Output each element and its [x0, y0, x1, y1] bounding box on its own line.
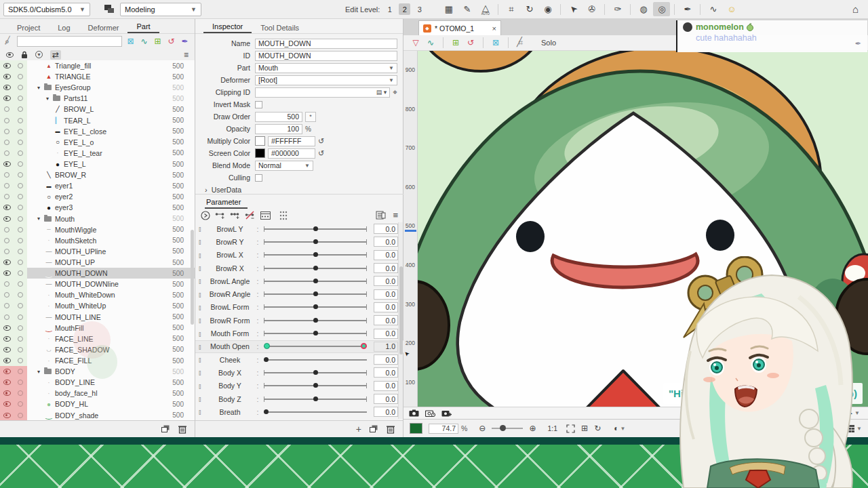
- parameter-tab-label[interactable]: Parameter: [205, 197, 248, 209]
- keyform-add-icon[interactable]: [215, 211, 225, 220]
- curve-tool-icon[interactable]: ∿: [425, 38, 436, 47]
- curve-overlay-icon[interactable]: ∿: [139, 37, 149, 46]
- parameter-value-input[interactable]: 1.0: [374, 342, 398, 352]
- list-select-icon[interactable]: ▤ ▾: [376, 89, 387, 96]
- parameter-value-input[interactable]: 0.0: [374, 315, 398, 325]
- slider-handle[interactable]: [313, 331, 318, 336]
- tree-row-content[interactable]: ●eyer3500: [27, 202, 195, 213]
- group-dots-icon[interactable]: [279, 211, 288, 220]
- visibility-cell[interactable]: [0, 159, 14, 169]
- lock-cell[interactable]: [14, 257, 27, 268]
- lock-cell[interactable]: [14, 169, 27, 180]
- fit-view-icon[interactable]: [566, 424, 575, 433]
- visibility-cell[interactable]: [0, 93, 14, 104]
- visibility-cell[interactable]: [0, 312, 14, 323]
- lock-cell[interactable]: [14, 399, 27, 409]
- visibility-cell[interactable]: [0, 333, 14, 344]
- expand-arrow-icon[interactable]: ▾: [35, 85, 42, 91]
- tree-row-content[interactable]: ·EYE_L_tear500: [27, 148, 195, 159]
- parameter-value-input[interactable]: 0.0: [374, 276, 398, 286]
- edit-level-2[interactable]: 2: [399, 3, 410, 15]
- parameter-row[interactable]: []Mouth Form:0.0: [195, 327, 403, 340]
- slider-handle[interactable]: [313, 383, 318, 388]
- model-tab[interactable]: ◆ * OTOMO_1 ×: [418, 20, 501, 35]
- chat-pen-icon[interactable]: ✒: [855, 39, 861, 48]
- parameter-slider[interactable]: [264, 320, 367, 321]
- tree-row-content[interactable]: —MOUTH_DOWNline500: [27, 279, 195, 289]
- parameter-row[interactable]: []Body Z:0.0: [195, 392, 403, 405]
- visibility-cell[interactable]: [0, 191, 14, 202]
- tree-row[interactable]: ○eyer2500: [0, 191, 195, 202]
- param-menu-icon[interactable]: ≡: [393, 210, 398, 220]
- camera-history-icon[interactable]: [425, 409, 435, 417]
- tab-tool-details[interactable]: Tool Details: [252, 22, 308, 33]
- tab-log[interactable]: Log: [49, 22, 79, 33]
- slider-handle[interactable]: [313, 291, 318, 296]
- tab-project[interactable]: Project: [8, 22, 49, 33]
- tree-row-content[interactable]: ▲Triangle_fill500: [27, 60, 195, 71]
- parameter-slider[interactable]: [264, 241, 367, 243]
- parameter-value-input[interactable]: 0.0: [374, 329, 398, 339]
- visibility-eye-icon[interactable]: [6, 52, 14, 58]
- visibility-cell[interactable]: [0, 224, 14, 235]
- tree-row[interactable]: ●BODY_HL500: [0, 399, 195, 409]
- tree-row[interactable]: ·FACE_FILL500: [0, 355, 195, 366]
- lock-cell[interactable]: [14, 214, 27, 224]
- panel-menu-icon[interactable]: ≡: [184, 50, 189, 60]
- parameter-value-input[interactable]: 0.0: [374, 289, 398, 300]
- parameter-slider[interactable]: [264, 399, 367, 400]
- parameter-value-input[interactable]: 0.0: [374, 237, 398, 247]
- parameter-slider[interactable]: [264, 385, 367, 386]
- parameter-value-input[interactable]: 0.0: [374, 224, 398, 234]
- lock-cell[interactable]: [14, 191, 27, 202]
- search-off-icon[interactable]: ⌕: [5, 37, 14, 46]
- tree-row[interactable]: ▲TRIANGLE500: [0, 71, 195, 82]
- visibility-cell[interactable]: [0, 300, 14, 311]
- visibility-cell[interactable]: [0, 148, 14, 159]
- lock-cell[interactable]: [14, 344, 27, 355]
- expand-arrow-icon[interactable]: ▾: [35, 369, 42, 375]
- grid-parts-icon[interactable]: ⊞: [450, 38, 461, 47]
- tree-row-content[interactable]: ·FACE_FILL500: [27, 355, 195, 366]
- lock-icon[interactable]: [21, 51, 28, 58]
- parameter-row[interactable]: []BrowR X:0.0: [195, 262, 403, 274]
- tree-row[interactable]: —MOUTH_LINE500: [0, 312, 195, 323]
- tree-row[interactable]: ●EYE_L500: [0, 159, 195, 169]
- tree-row[interactable]: ·BODY_LINE500: [0, 377, 195, 388]
- lock-cell[interactable]: [14, 93, 27, 104]
- vertex-tool-icon[interactable]: ▽: [410, 38, 421, 47]
- visibility-cell[interactable]: [0, 355, 14, 366]
- chat-username[interactable]: monomelon: [696, 22, 744, 32]
- parameter-value-input[interactable]: 0.0: [374, 250, 398, 260]
- slider-handle[interactable]: [313, 396, 318, 401]
- parameter-row[interactable]: []BrowR Y:0.0: [195, 235, 403, 248]
- visibility-cell[interactable]: [0, 399, 14, 409]
- lock-cell[interactable]: [14, 104, 27, 115]
- warp-deformer-icon[interactable]: ◉: [539, 2, 556, 16]
- camera-icon[interactable]: [409, 409, 419, 417]
- lock-cell[interactable]: [14, 126, 27, 137]
- parameter-slider[interactable]: [264, 411, 367, 413]
- mesh-auto-icon[interactable]: △AUTO: [477, 2, 494, 16]
- lock-cell[interactable]: [14, 355, 27, 366]
- tree-row-content[interactable]: ╲BROW_R500: [27, 169, 195, 180]
- visibility-cell[interactable]: [0, 60, 14, 71]
- visibility-cell[interactable]: [0, 71, 14, 82]
- expand-arrow-icon[interactable]: ▾: [44, 96, 51, 102]
- arrow-tool-icon[interactable]: ➤: [565, 2, 582, 16]
- tree-row-content[interactable]: ○EYE_L_o500: [27, 137, 195, 148]
- slider-handle[interactable]: [313, 318, 318, 323]
- mesh-edit-icon[interactable]: ✎: [458, 2, 475, 16]
- visibility-cell[interactable]: [0, 126, 14, 137]
- tree-row-content[interactable]: ·FACE_LINE500: [27, 333, 195, 344]
- lock-cell[interactable]: [14, 60, 27, 71]
- draw-order-default-button[interactable]: *: [305, 112, 316, 122]
- grid-off-icon[interactable]: ⌗: [515, 38, 526, 47]
- tree-row-content[interactable]: ┈MouthWiggle500: [27, 224, 195, 235]
- tree-row[interactable]: ○EYE_L_o500: [0, 137, 195, 148]
- parameter-slider[interactable]: [264, 372, 367, 373]
- parameter-slider[interactable]: [264, 254, 367, 256]
- visibility-cell[interactable]: [0, 323, 14, 333]
- play-param-icon[interactable]: [201, 211, 210, 220]
- target-picker-icon[interactable]: ⌖: [393, 87, 397, 97]
